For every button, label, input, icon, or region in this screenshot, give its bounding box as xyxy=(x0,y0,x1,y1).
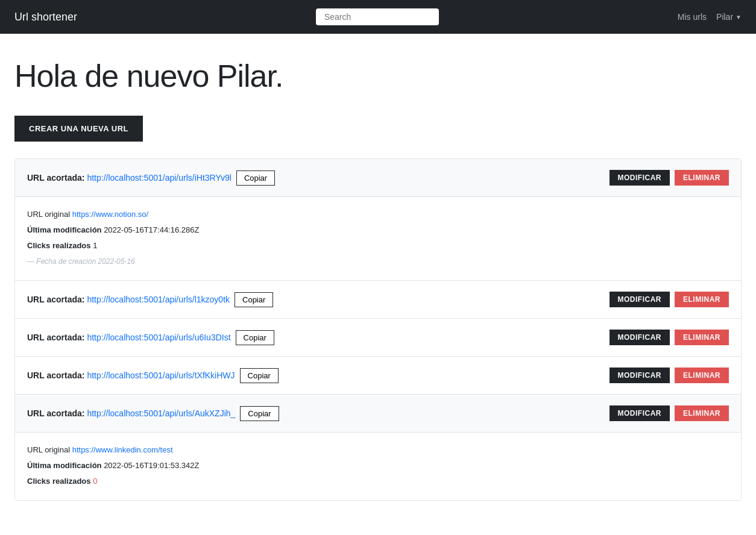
url-clicks-label: Clicks realizados xyxy=(27,241,93,250)
mis-urls-link[interactable]: Mis urls xyxy=(678,12,707,22)
url-card-header: URL acortada:http://localhost:5001/api/u… xyxy=(15,395,741,433)
url-mod-row: Última modificación 2022-05-16T19:01:53.… xyxy=(27,458,729,474)
url-actions: MODIFICARELIMINAR xyxy=(610,368,729,383)
search-container xyxy=(316,8,439,25)
delete-button[interactable]: ELIMINAR xyxy=(675,292,729,307)
copy-button[interactable]: Copiar xyxy=(240,406,279,421)
delete-button[interactable]: ELIMINAR xyxy=(675,368,729,383)
modify-button[interactable]: MODIFICAR xyxy=(610,170,670,186)
url-original-link[interactable]: https://www.notion.so/ xyxy=(72,210,148,219)
url-clicks-value: 1 xyxy=(93,241,97,250)
url-creation-date: — Fecha de creación 2022-05-16 xyxy=(27,257,135,266)
greeting-heading: Hola de nuevo Pilar. xyxy=(14,58,742,94)
url-card-header: URL acortada:http://localhost:5001/api/u… xyxy=(15,281,741,318)
url-card: URL acortada:http://localhost:5001/api/u… xyxy=(15,281,741,319)
url-card: URL acortada:http://localhost:5001/api/u… xyxy=(15,395,741,500)
url-original-link[interactable]: https://www.linkedin.com/test xyxy=(72,445,173,454)
user-menu[interactable]: Pilar xyxy=(716,12,742,22)
url-short-label: URL acortada: xyxy=(27,333,84,342)
url-original-row: URL original https://www.notion.so/ xyxy=(27,207,729,222)
url-card-body: URL original https://www.notion.so/Últim… xyxy=(15,197,741,280)
url-card: URL acortada:http://localhost:5001/api/u… xyxy=(15,159,741,281)
url-header-left: URL acortada:http://localhost:5001/api/u… xyxy=(27,292,273,307)
url-original-row: URL original https://www.linkedin.com/te… xyxy=(27,442,729,458)
create-url-button[interactable]: CREAR UNA NUEVA URL xyxy=(14,116,143,142)
url-clicks-row: Clicks realizados 1 xyxy=(27,238,729,254)
copy-button[interactable]: Copiar xyxy=(236,330,274,345)
copy-button[interactable]: Copiar xyxy=(236,171,275,186)
url-mod-date: 2022-05-16T19:01:53.342Z xyxy=(104,461,199,470)
url-card: URL acortada:http://localhost:5001/api/u… xyxy=(15,357,741,395)
url-header-left: URL acortada:http://localhost:5001/api/u… xyxy=(27,330,274,345)
url-actions: MODIFICARELIMINAR xyxy=(610,330,729,345)
main-content: Hola de nuevo Pilar. CREAR UNA NUEVA URL… xyxy=(0,34,756,515)
url-card-header: URL acortada:http://localhost:5001/api/u… xyxy=(15,357,741,394)
url-header-left: URL acortada:http://localhost:5001/api/u… xyxy=(27,406,279,421)
delete-button[interactable]: ELIMINAR xyxy=(675,330,729,345)
url-clicks-label: Clicks realizados xyxy=(27,477,93,486)
url-short-label: URL acortada: xyxy=(27,295,84,304)
search-input[interactable] xyxy=(316,8,439,25)
url-card-header: URL acortada:http://localhost:5001/api/u… xyxy=(15,159,741,197)
url-short-label: URL acortada: xyxy=(27,408,84,418)
delete-button[interactable]: ELIMINAR xyxy=(675,170,729,186)
url-card-body: URL original https://www.linkedin.com/te… xyxy=(15,433,741,500)
navbar: Url shortener Mis urls Pilar xyxy=(0,0,756,34)
navbar-right: Mis urls Pilar xyxy=(678,12,742,22)
url-short-link[interactable]: http://localhost:5001/api/urls/iHt3RYv9l xyxy=(87,173,231,183)
url-actions: MODIFICARELIMINAR xyxy=(610,170,729,186)
url-actions: MODIFICARELIMINAR xyxy=(610,405,729,421)
url-list: URL acortada:http://localhost:5001/api/u… xyxy=(14,158,742,501)
url-short-label: URL acortada: xyxy=(27,371,84,380)
url-clicks-row: Clicks realizados 0 xyxy=(27,474,729,489)
url-short-link[interactable]: http://localhost:5001/api/urls/AukXZJih_ xyxy=(87,408,235,418)
url-original-label: URL original xyxy=(27,445,72,454)
url-short-link[interactable]: http://localhost:5001/api/urls/l1kzoy0tk xyxy=(87,295,230,304)
url-actions: MODIFICARELIMINAR xyxy=(610,292,729,307)
url-short-link[interactable]: http://localhost:5001/api/urls/tXfKkiHWJ xyxy=(87,371,235,380)
url-clicks-value: 0 xyxy=(93,477,97,486)
modify-button[interactable]: MODIFICAR xyxy=(610,405,670,421)
url-mod-label: Última modificación xyxy=(27,225,104,234)
app-brand: Url shortener xyxy=(14,11,77,23)
modify-button[interactable]: MODIFICAR xyxy=(610,292,670,307)
url-short-link[interactable]: http://localhost:5001/api/urls/u6Iu3DIst xyxy=(87,333,230,342)
modify-button[interactable]: MODIFICAR xyxy=(610,330,670,345)
url-mod-row: Última modificación 2022-05-16T17:44:16.… xyxy=(27,222,729,238)
url-card: URL acortada:http://localhost:5001/api/u… xyxy=(15,319,741,357)
url-mod-label: Última modificación xyxy=(27,461,104,470)
delete-button[interactable]: ELIMINAR xyxy=(675,405,729,421)
url-original-label: URL original xyxy=(27,210,72,219)
url-short-label: URL acortada: xyxy=(27,173,84,183)
url-card-header: URL acortada:http://localhost:5001/api/u… xyxy=(15,319,741,356)
copy-button[interactable]: Copiar xyxy=(240,368,279,383)
url-mod-date: 2022-05-16T17:44:16.286Z xyxy=(104,225,199,234)
url-creation-row: — Fecha de creación 2022-05-16 xyxy=(27,254,729,269)
copy-button[interactable]: Copiar xyxy=(235,292,273,307)
modify-button[interactable]: MODIFICAR xyxy=(610,368,670,383)
url-header-left: URL acortada:http://localhost:5001/api/u… xyxy=(27,171,275,186)
url-header-left: URL acortada:http://localhost:5001/api/u… xyxy=(27,368,279,383)
